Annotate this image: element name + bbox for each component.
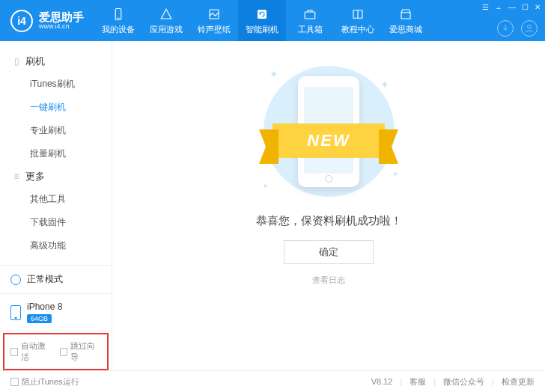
footer-link-wechat[interactable]: 微信公众号: [443, 376, 484, 388]
sidebar-item-pro-flash[interactable]: 专业刷机: [0, 119, 112, 142]
checkbox-icon: [10, 348, 18, 356]
sidebar-item-itunes-flash[interactable]: iTunes刷机: [0, 73, 112, 96]
new-ribbon: NEW: [272, 123, 385, 158]
sidebar-item-other-tools[interactable]: 其他工具: [0, 188, 112, 211]
content-area: ✦ ✦ ✦ ✦ NEW 恭喜您，保资料刷机成功啦！ 确定 查看日志: [112, 41, 545, 370]
checkbox-icon: [60, 348, 67, 356]
svg-rect-3: [258, 10, 267, 19]
tab-label: 教程中心: [341, 24, 374, 35]
tab-flash[interactable]: 智能刷机: [238, 0, 286, 41]
tab-tutorials[interactable]: 教程中心: [334, 0, 382, 41]
app-header: i4 爱思助手 www.i4.cn 我的设备 应用游戏 铃声壁纸 智能刷机 工具…: [0, 0, 545, 41]
logo-icon: i4: [10, 10, 33, 32]
minimize-icon[interactable]: —: [508, 3, 516, 11]
footer-link-support[interactable]: 客服: [409, 376, 426, 388]
tab-toolbox[interactable]: 工具箱: [286, 0, 334, 41]
status-bar: 阻止iTunes运行 V8.12 | 客服 | 微信公众号 | 检查更新: [0, 370, 545, 392]
storage-badge: 64GB: [27, 314, 52, 323]
checkbox-auto-activate[interactable]: 自动激活: [10, 340, 52, 363]
mode-label: 正常模式: [27, 273, 63, 286]
view-log-link[interactable]: 查看日志: [312, 275, 345, 286]
device-icon: [111, 7, 126, 22]
success-message: 恭喜您，保资料刷机成功啦！: [256, 214, 402, 228]
brand-url: www.i4.cn: [39, 22, 84, 31]
sidebar: ▯ 刷机 iTunes刷机 一键刷机 专业刷机 批量刷机 ≡ 更多 其他工具 下…: [0, 41, 112, 370]
tab-apps[interactable]: 应用游戏: [142, 0, 190, 41]
user-button[interactable]: [521, 20, 538, 37]
checkbox-icon: [10, 378, 19, 386]
tab-media[interactable]: 铃声壁纸: [190, 0, 238, 41]
group-label: 刷机: [25, 55, 45, 68]
media-icon: [207, 7, 222, 22]
brand-name: 爱思助手: [39, 11, 84, 22]
confirm-button[interactable]: 确定: [284, 240, 374, 264]
checkbox-block-itunes[interactable]: 阻止iTunes运行: [10, 376, 79, 388]
sidebar-group-flash: ▯ 刷机: [0, 50, 112, 73]
store-icon: [398, 7, 413, 22]
flash-options-highlighted: 自动激活 跳过向导: [3, 333, 109, 370]
svg-point-5: [528, 25, 532, 28]
version-label: V8.12: [371, 377, 393, 386]
device-name: iPhone 8: [27, 301, 62, 312]
phone-icon: ▯: [12, 56, 21, 67]
flash-icon: [255, 7, 270, 22]
download-button[interactable]: [497, 20, 514, 37]
footer-link-update[interactable]: 检查更新: [502, 376, 535, 388]
window-controls: ☰ ⫠ — ☐ ✕: [482, 3, 541, 11]
checkbox-label: 跳过向导: [70, 340, 101, 363]
sidebar-item-download-fw[interactable]: 下载固件: [0, 211, 112, 234]
tab-label: 应用游戏: [150, 24, 183, 35]
apps-icon: [159, 7, 174, 22]
tab-devices[interactable]: 我的设备: [94, 0, 142, 41]
tab-label: 我的设备: [102, 24, 135, 35]
svg-rect-4: [305, 12, 315, 19]
menu-icon[interactable]: ☰: [482, 3, 489, 11]
group-label: 更多: [25, 170, 45, 183]
sidebar-item-oneclick-flash[interactable]: 一键刷机: [0, 96, 112, 119]
sidebar-group-more: ≡ 更多: [0, 165, 112, 188]
sidebar-item-advanced[interactable]: 高级功能: [0, 234, 112, 257]
list-icon: ≡: [12, 171, 21, 182]
sidebar-item-batch-flash[interactable]: 批量刷机: [0, 142, 112, 165]
lock-icon[interactable]: ⫠: [495, 3, 502, 11]
checkbox-skip-guide[interactable]: 跳过向导: [60, 340, 102, 363]
tab-label: 工具箱: [298, 24, 323, 35]
maximize-icon[interactable]: ☐: [522, 3, 529, 11]
tab-label: 智能刷机: [246, 24, 278, 35]
tab-label: 爱思商城: [389, 24, 422, 35]
toolbox-icon: [302, 7, 317, 22]
close-icon[interactable]: ✕: [535, 3, 541, 11]
device-row[interactable]: iPhone 8 64GB: [0, 294, 112, 331]
checkbox-label: 自动激活: [21, 340, 52, 363]
book-icon: [350, 7, 365, 22]
app-logo[interactable]: i4 爱思助手 www.i4.cn: [0, 10, 94, 32]
main-tabs: 我的设备 应用游戏 铃声壁纸 智能刷机 工具箱 教程中心 爱思商城: [94, 0, 430, 41]
success-illustration: ✦ ✦ ✦ ✦ NEW: [243, 62, 415, 200]
device-mode-row[interactable]: 正常模式: [0, 266, 112, 294]
checkbox-label: 阻止iTunes运行: [22, 376, 79, 388]
refresh-icon: [10, 275, 21, 285]
tab-label: 铃声壁纸: [198, 24, 231, 35]
tab-store[interactable]: 爱思商城: [382, 0, 430, 41]
phone-icon: [10, 305, 21, 320]
